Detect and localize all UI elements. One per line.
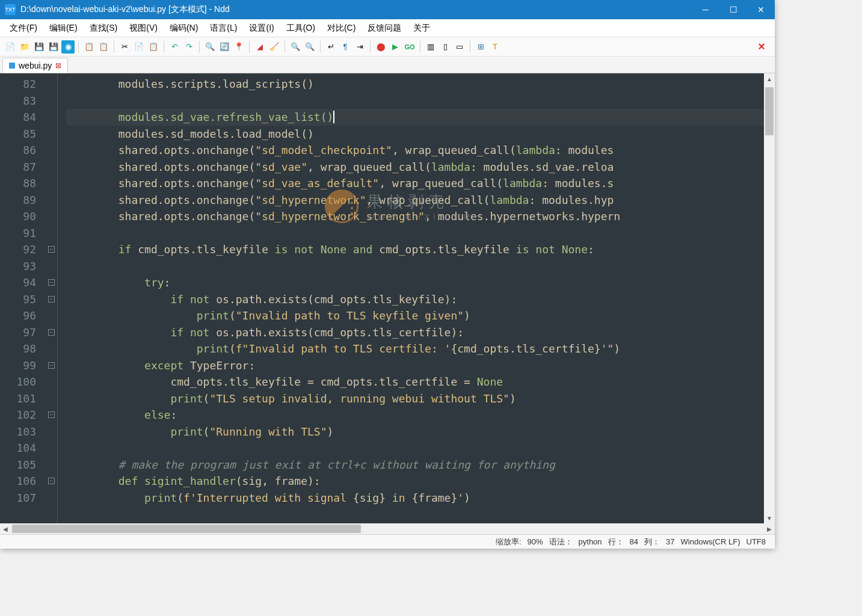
separator [420,41,420,53]
titlebar[interactable]: TXT D:\down\novelai-webui-aki-v2\webui.p… [0,0,775,19]
tab-webui[interactable]: webui.py ⊠ [2,58,68,73]
record-icon[interactable]: ⬤ [374,40,387,54]
scroll-thumb[interactable] [12,525,361,533]
menu-view[interactable]: 视图(V) [125,20,162,36]
scroll-right-icon[interactable]: ▶ [764,523,775,534]
scroll-track[interactable] [11,523,764,534]
minimize-button[interactable]: ─ [692,0,719,19]
separator [164,41,164,53]
save-icon[interactable]: 💾 [32,40,46,54]
window-icon[interactable]: ▭ [453,40,466,54]
separator [249,41,250,53]
col-value: 37 [664,537,676,546]
menu-lang[interactable]: 语言(L) [205,20,242,36]
app-icon: TXT [5,4,16,15]
toggle-icon[interactable]: ◉ [61,40,75,54]
zoom-in-icon[interactable]: 🔍 [289,40,302,54]
doc-icon[interactable]: 📋 [97,40,110,54]
zoom-value: 90% [526,537,545,546]
code-area[interactable]: modules.scripts.load_scripts() modules.s… [66,73,764,523]
line-label: 行： [606,537,626,547]
tab-close-icon[interactable]: ⊠ [55,61,61,70]
close-tab-icon[interactable]: × [752,40,771,54]
copy2-icon[interactable]: 📄 [132,40,146,54]
fold-column[interactable]: −−−−−−− [47,73,58,523]
maximize-button[interactable]: ☐ [719,0,747,19]
line-value: 84 [628,537,640,546]
menu-tools[interactable]: 工具(O) [282,20,320,36]
split2-icon[interactable]: ▯ [439,40,452,54]
open-file-icon[interactable]: 📁 [18,40,31,54]
tree-icon[interactable]: ⊞ [474,40,487,54]
menu-edit[interactable]: 编辑(E) [45,20,82,36]
file-type-icon [9,63,15,69]
tab-label: webui.py [19,61,52,70]
horizontal-scrollbar[interactable]: ◀ ▶ [0,523,775,534]
separator [320,41,321,53]
menu-compare[interactable]: 对比(C) [322,20,360,36]
syntax-value: python [577,537,604,546]
menu-settings[interactable]: 设置(I) [244,20,279,36]
menu-file[interactable]: 文件(F) [5,20,42,36]
zoom-out-icon[interactable]: 🔍 [303,40,316,54]
paste-icon[interactable]: 📋 [147,40,160,54]
text-icon[interactable]: T [488,40,502,54]
wrap-icon[interactable]: ↵ [324,40,337,54]
syntax-label: 语法： [547,537,574,547]
line-gutter: 8283848586878889909192939495969798991001… [0,73,47,523]
close-button[interactable]: ✕ [747,0,775,19]
scroll-down-icon[interactable]: ▼ [764,513,775,523]
find-icon[interactable]: 🔍 [203,40,217,54]
window-title: D:\down\novelai-webui-aki-v2\webui.py [文… [20,4,692,15]
separator [78,41,79,53]
menu-encoding[interactable]: 编码(N) [165,20,203,36]
zoom-label: 缩放率: [494,537,523,547]
separator [114,41,114,53]
tabbar: webui.py ⊠ [0,57,775,73]
statusbar: 缩放率: 90% 语法： python 行： 84 列： 37 Windows(… [0,534,775,549]
outdent-icon[interactable]: ⇥ [353,40,366,54]
undo-icon[interactable]: ↶ [168,40,181,54]
app-window: TXT D:\down\novelai-webui-aki-v2\webui.p… [0,0,775,549]
menu-feedback[interactable]: 反馈问题 [363,20,406,36]
save-all-icon[interactable]: 💾 [47,40,60,54]
menubar: 文件(F) 编辑(E) 查找(S) 视图(V) 编码(N) 语言(L) 设置(I… [0,19,775,37]
copy-icon[interactable]: 📋 [82,40,96,54]
play-icon[interactable]: ▶ [389,40,402,54]
scroll-track[interactable] [764,84,775,513]
menu-find[interactable]: 查找(S) [85,20,123,36]
scroll-up-icon[interactable]: ▲ [764,73,775,84]
replace-icon[interactable]: 🔄 [218,40,231,54]
vertical-scrollbar[interactable]: ▲ ▼ [764,73,775,523]
eol-value: Windows(CR LF) [679,537,742,546]
toolbar: 📄 📁 💾 💾 ◉ 📋 📋 ✂ 📄 📋 ↶ ↷ 🔍 🔄 📍 ◢ 🧹 🔍 🔍 ↵ … [0,37,775,57]
scroll-thumb[interactable] [765,87,774,135]
col-label: 列： [642,537,662,547]
separator [470,41,470,53]
separator [370,41,371,53]
eraser-icon[interactable]: ◢ [253,40,266,54]
separator [285,41,285,53]
separator [199,41,200,53]
scroll-left-icon[interactable]: ◀ [0,523,11,534]
menu-about[interactable]: 关于 [408,20,435,36]
indent-icon[interactable]: ¶ [339,40,352,54]
encoding-value: UTF8 [745,537,768,546]
cut-icon[interactable]: ✂ [118,40,131,54]
clear-icon[interactable]: 🧹 [268,40,281,54]
change-margin [58,73,66,523]
new-file-icon[interactable]: 📄 [4,40,17,54]
redo-icon[interactable]: ↷ [182,40,195,54]
split-icon[interactable]: ▥ [424,40,437,54]
editor: 8283848586878889909192939495969798991001… [0,73,775,523]
goto-icon[interactable]: 📍 [232,40,245,54]
go-icon[interactable]: GO [403,40,416,54]
